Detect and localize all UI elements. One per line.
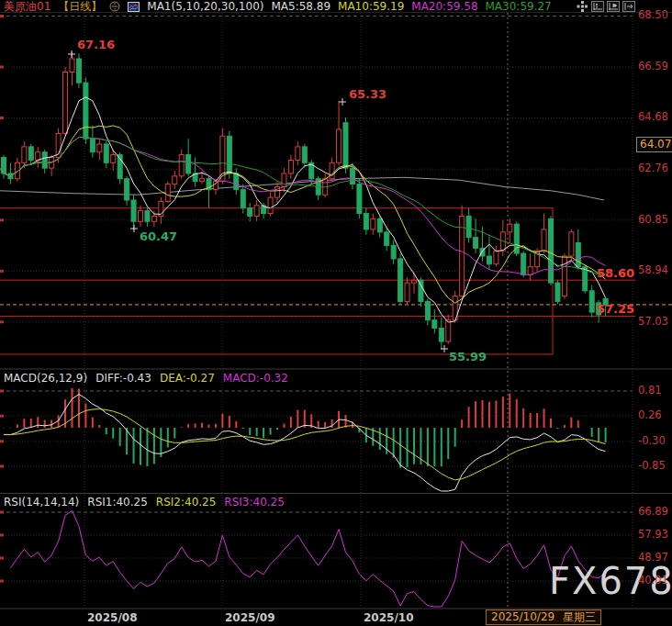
drawn-line-price-label: 58.60 bbox=[597, 267, 633, 279]
ma20-value: MA20:59.58 bbox=[411, 0, 477, 13]
x-axis-month-label: 2025/08 bbox=[87, 612, 137, 623]
price-axis-label: 66.59 bbox=[638, 61, 668, 73]
price-marker-label: 55.99 bbox=[449, 351, 487, 363]
ma30-value: MA30:59.27 bbox=[486, 0, 552, 13]
period-label[interactable]: 【日线】 bbox=[58, 0, 102, 15]
rsi1-value: RSI1:40.25 bbox=[87, 496, 148, 509]
chart-header: 美原油01 【日线】 MA1(5,10,20,30,100) MA5:58.89… bbox=[4, 1, 552, 12]
move-tool-icon[interactable] bbox=[576, 1, 588, 12]
macd-axis-label: -0.85 bbox=[638, 461, 666, 472]
ma10-value: MA10:59.19 bbox=[338, 0, 404, 13]
macd-axis-label: 0.81 bbox=[638, 386, 662, 397]
ma5-value: MA5:58.89 bbox=[271, 0, 330, 13]
x-axis-month-label: 2025/10 bbox=[364, 612, 413, 623]
macd-title[interactable]: MACD(26,12,9) bbox=[4, 372, 87, 385]
chart-stage[interactable]: 美原油01 【日线】 MA1(5,10,20,30,100) MA5:58.89… bbox=[0, 0, 672, 626]
rsi-axis-label: 40.01 bbox=[638, 576, 668, 587]
price-axis-label: 58.94 bbox=[638, 265, 668, 276]
macd-header: MACD(26,12,9) DIFF:-0.43 DEA:-0.27 MACD:… bbox=[4, 372, 288, 385]
ma-settings-label[interactable]: MA1(5,10,20,30,100) bbox=[147, 0, 263, 13]
chart-toolbar bbox=[576, 1, 635, 12]
axis-scale-left-icon[interactable] bbox=[591, 1, 604, 12]
chart-canvas[interactable] bbox=[0, 0, 672, 626]
price-marker-label: 60.47 bbox=[140, 230, 177, 242]
macd-value: MACD:-0.32 bbox=[223, 372, 288, 385]
price-axis-label: 62.76 bbox=[638, 163, 668, 174]
price-axis-label: 57.03 bbox=[638, 317, 668, 328]
axis-scale-right-icon[interactable] bbox=[607, 1, 620, 12]
price-axis-label: 60.85 bbox=[638, 215, 668, 226]
crosshair-price-label: 64.07 bbox=[636, 137, 672, 152]
price-axis-label: 64.68 bbox=[638, 112, 668, 123]
rsi-axis-label: 66.89 bbox=[638, 507, 668, 518]
chart-type-icon[interactable] bbox=[128, 2, 140, 12]
macd-axis-label: 0.26 bbox=[638, 410, 662, 421]
price-axis-label: 68.50 bbox=[638, 10, 668, 21]
rsi2-value: RSI2:40.25 bbox=[156, 496, 217, 509]
drawn-line-price-label: 57.25 bbox=[597, 303, 633, 315]
pan-right-icon[interactable] bbox=[622, 1, 635, 12]
macd-axis-label: -0.30 bbox=[638, 436, 666, 447]
rsi3-value: RSI3:40.25 bbox=[224, 496, 285, 509]
crosshair-weekday: 星期三 bbox=[563, 610, 596, 623]
crosshair-date: 2025/10/29 bbox=[491, 610, 554, 623]
price-marker-label: 67.16 bbox=[77, 39, 115, 50]
rsi-header: RSI(14,14,14) RSI1:40.25 RSI2:40.25 RSI3… bbox=[4, 496, 285, 509]
macd-diff-value: DIFF:-0.43 bbox=[95, 372, 151, 385]
menu-circle-icon[interactable] bbox=[109, 1, 120, 12]
crosshair-date-label: 2025/10/29 星期三 bbox=[486, 609, 601, 625]
macd-dea-value: DEA:-0.27 bbox=[160, 372, 215, 385]
symbol-name: 美原油01 bbox=[4, 0, 50, 15]
x-axis-month-label: 2025/09 bbox=[225, 612, 274, 623]
rsi-axis-label: 57.93 bbox=[638, 530, 668, 541]
rsi-axis-label: 48.97 bbox=[638, 553, 668, 564]
price-marker-label: 65.33 bbox=[349, 88, 386, 100]
rsi-title[interactable]: RSI(14,14,14) bbox=[4, 496, 79, 509]
